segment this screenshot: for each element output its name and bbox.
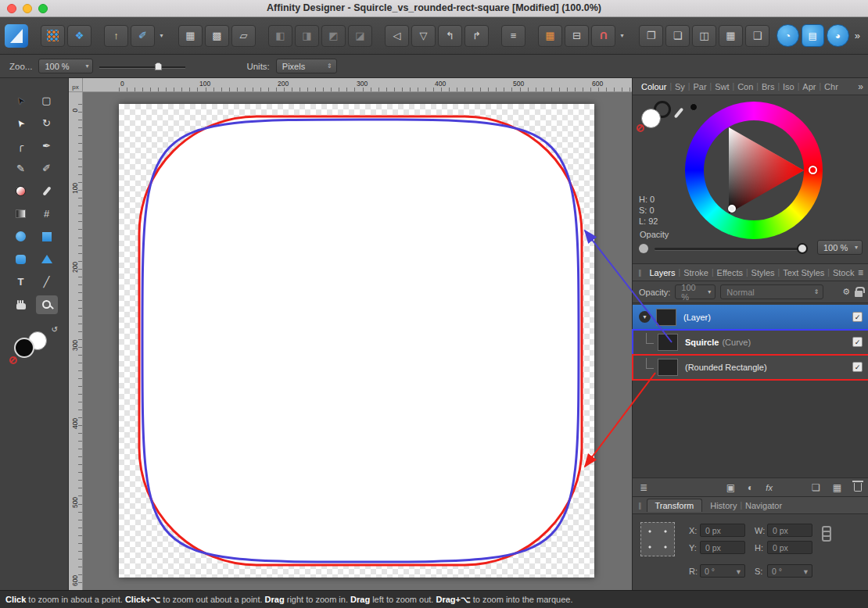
flip-horizontal-button[interactable]: ◁ xyxy=(385,25,409,47)
tab-history[interactable]: History xyxy=(707,501,740,510)
layer-row-squircle[interactable]: Squircle (Curve) ✓ xyxy=(633,330,868,355)
ellipse-tool[interactable] xyxy=(10,227,32,246)
rotate-cw-button[interactable]: ↱ xyxy=(464,25,489,47)
tab-isometric[interactable]: Iso xyxy=(780,82,798,91)
document-canvas[interactable] xyxy=(119,104,594,578)
show-grid-button[interactable]: ▦ xyxy=(178,25,203,47)
pen-tool[interactable]: ✒ xyxy=(36,137,58,156)
pixel-grid-button[interactable]: ▩ xyxy=(205,25,229,47)
boolean-combine-button[interactable]: ❑ xyxy=(745,25,769,47)
tab-layers[interactable]: Layers xyxy=(647,268,679,277)
shear-select[interactable]: 0 ° ▾ xyxy=(767,564,812,578)
toolbar-overflow-chevrons[interactable]: » xyxy=(852,30,863,41)
color-dots-grid-button[interactable] xyxy=(41,25,65,47)
globe-badge-button[interactable]: ◕ xyxy=(827,24,849,47)
boolean-intersect-button[interactable]: ◫ xyxy=(692,25,716,47)
fill-tool[interactable] xyxy=(10,182,32,201)
artboard-tool[interactable]: ▢ xyxy=(36,91,58,110)
rounded-rectangle-shape[interactable] xyxy=(139,116,582,565)
tab-swatches[interactable]: Swt xyxy=(712,82,732,91)
layer-effects-icon[interactable]: fx xyxy=(766,483,773,492)
boolean-add-button[interactable]: ❐ xyxy=(639,25,663,47)
boolean-divide-button[interactable]: ▦ xyxy=(719,25,743,47)
zoom-window-button[interactable] xyxy=(38,4,48,13)
blend-mode-select[interactable]: Normal ⇕ xyxy=(720,284,823,299)
rotate-ccw-button[interactable]: ↰ xyxy=(438,25,462,47)
tab-paragraph[interactable]: Par xyxy=(690,82,709,91)
w-field[interactable]: 0 px xyxy=(767,524,812,537)
chevron-down-icon[interactable]: ▾ xyxy=(157,25,166,47)
zoom-badge-button[interactable]: ◔ xyxy=(777,24,799,47)
x-field[interactable]: 0 px xyxy=(700,524,745,537)
sl-selector-dot[interactable] xyxy=(728,205,736,213)
vector-brush-tool[interactable]: ✐ xyxy=(36,159,58,178)
no-fill-icon[interactable] xyxy=(9,356,17,364)
opacity-select[interactable]: 100 % ▾ xyxy=(817,240,863,255)
opacity-slider-handle[interactable] xyxy=(797,243,808,254)
tab-character[interactable]: Chr xyxy=(821,82,841,91)
tab-text-styles[interactable]: Text Styles xyxy=(780,268,827,277)
node-tool[interactable]: ➤ xyxy=(10,114,32,133)
snapping-button[interactable]: U xyxy=(591,25,615,47)
tab-navigator[interactable]: Navigator xyxy=(742,501,785,510)
edit-all-layers-icon[interactable]: ≣ xyxy=(640,482,647,493)
colour-picker-tool[interactable] xyxy=(36,182,58,201)
replace-selection-button[interactable]: ◪ xyxy=(348,25,372,47)
opacity-slider-track[interactable] xyxy=(655,248,803,250)
minimize-window-button[interactable] xyxy=(23,4,32,13)
layer-thumbnail[interactable] xyxy=(656,309,676,326)
knife-tool[interactable]: ╱ xyxy=(36,273,58,291)
delete-layer-icon[interactable] xyxy=(854,483,862,492)
snapping-grid-button[interactable]: ▦ xyxy=(538,25,562,47)
tab-styles[interactable]: Styles xyxy=(748,268,778,277)
layers-opacity-select[interactable]: 100 % ▾ xyxy=(675,284,716,299)
y-field[interactable]: 0 px xyxy=(700,541,745,554)
layer-name[interactable]: (Rounded Rectangle) xyxy=(685,363,767,372)
insert-on-top-button[interactable]: ◨ xyxy=(295,25,319,47)
colour-wheel[interactable] xyxy=(685,102,823,239)
insert-behind-button[interactable]: ◧ xyxy=(268,25,292,47)
tab-transform[interactable]: Transform xyxy=(647,499,703,512)
brush-persona-button[interactable]: ✐ xyxy=(131,25,155,47)
hue-selector-dot[interactable] xyxy=(809,166,817,174)
zoom-slider[interactable] xyxy=(99,61,185,72)
transform-bounds-button[interactable]: ▱ xyxy=(231,25,256,47)
layer-row-layer[interactable]: ▼ (Layer) ✓ xyxy=(633,305,868,330)
swap-colours-icon[interactable]: ↺ xyxy=(52,325,58,334)
tab-effects[interactable]: Effects xyxy=(714,268,746,277)
no-fill-icon[interactable] xyxy=(637,124,644,132)
stack-badge-button[interactable]: ▤ xyxy=(802,24,824,47)
boolean-subtract-button[interactable]: ❏ xyxy=(665,25,690,47)
panel-grip[interactable]: ∥ xyxy=(638,502,643,510)
slider-handle[interactable] xyxy=(155,63,162,70)
lock-icon[interactable] xyxy=(855,291,863,297)
layer-visibility-checkbox[interactable]: ✓ xyxy=(852,312,863,322)
expander-triangle-icon[interactable]: ▼ xyxy=(639,311,651,323)
units-select[interactable]: Pixels ⇕ xyxy=(276,59,337,73)
fill-colour-swatch[interactable] xyxy=(641,109,661,128)
persona-button[interactable]: ↑ xyxy=(104,25,128,47)
tab-stroke[interactable]: Stroke xyxy=(680,268,712,277)
rotation-select[interactable]: 0 ° ▾ xyxy=(700,564,745,578)
flip-vertical-button[interactable]: ▽ xyxy=(411,25,436,47)
insert-inside-button[interactable]: ◩ xyxy=(321,25,346,47)
divide-button[interactable]: ⊟ xyxy=(565,25,589,47)
move-tool[interactable]: ➤ xyxy=(10,91,32,110)
tab-constraints[interactable]: Con xyxy=(734,82,756,91)
rectangle-tool[interactable] xyxy=(36,227,58,246)
panel-overflow-chevrons[interactable]: » xyxy=(858,81,863,92)
node-graph-button[interactable]: ❖ xyxy=(67,25,91,47)
corner-tool[interactable]: ╭ xyxy=(10,137,32,156)
h-field[interactable]: 0 px xyxy=(767,541,812,554)
tab-symbols[interactable]: Sy xyxy=(672,82,688,91)
new-pixel-layer-icon[interactable]: ▦ xyxy=(833,482,841,493)
text-tool[interactable]: T xyxy=(10,273,32,291)
view-tool[interactable] xyxy=(10,295,32,314)
alignment-button[interactable]: ≡ xyxy=(501,25,525,47)
fill-colour-swatch[interactable] xyxy=(14,338,34,358)
layer-thumbnail[interactable] xyxy=(658,359,678,376)
eyedropper-icon[interactable] xyxy=(674,107,684,118)
layer-visibility-checkbox[interactable]: ✓ xyxy=(852,362,863,372)
tab-appearance[interactable]: Apr xyxy=(799,82,819,91)
rounded-rectangle-tool[interactable] xyxy=(10,250,32,269)
